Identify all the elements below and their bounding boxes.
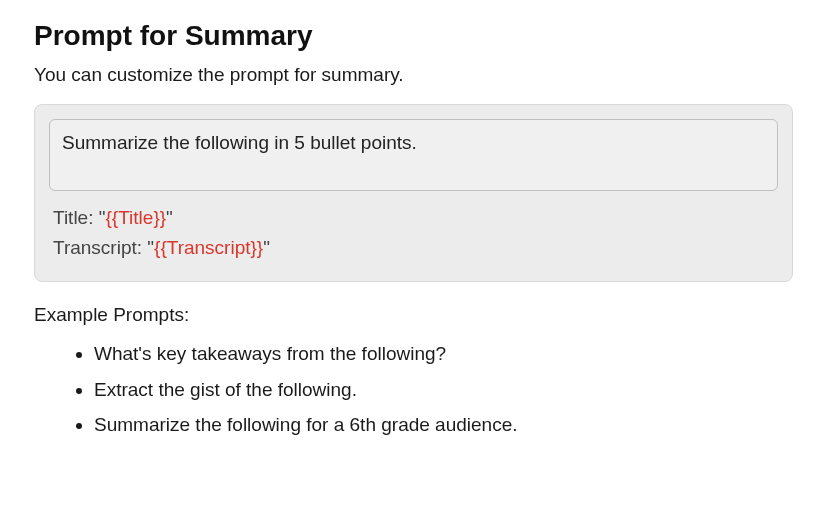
template-title-prefix: Title: " — [53, 207, 106, 228]
page-title: Prompt for Summary — [34, 20, 793, 52]
prompt-textarea[interactable] — [49, 119, 778, 191]
template-transcript-prefix: Transcript: " — [53, 237, 154, 258]
example-heading: Example Prompts: — [34, 304, 793, 326]
template-transcript-line: Transcript: "{{Transcript}}" — [53, 237, 778, 259]
template-preview: Title: "{{Title}}" Transcript: "{{Transc… — [49, 207, 778, 259]
list-item: Extract the gist of the following. — [94, 376, 793, 404]
page-description: You can customize the prompt for summary… — [34, 64, 793, 86]
prompt-panel: Title: "{{Title}}" Transcript: "{{Transc… — [34, 104, 793, 282]
example-list: What's key takeaways from the following?… — [34, 340, 793, 439]
template-title-var: {{Title}} — [106, 207, 167, 228]
template-transcript-suffix: " — [263, 237, 270, 258]
template-title-suffix: " — [166, 207, 173, 228]
list-item: Summarize the following for a 6th grade … — [94, 411, 793, 439]
template-transcript-var: {{Transcript}} — [154, 237, 263, 258]
list-item: What's key takeaways from the following? — [94, 340, 793, 368]
template-title-line: Title: "{{Title}}" — [53, 207, 778, 229]
